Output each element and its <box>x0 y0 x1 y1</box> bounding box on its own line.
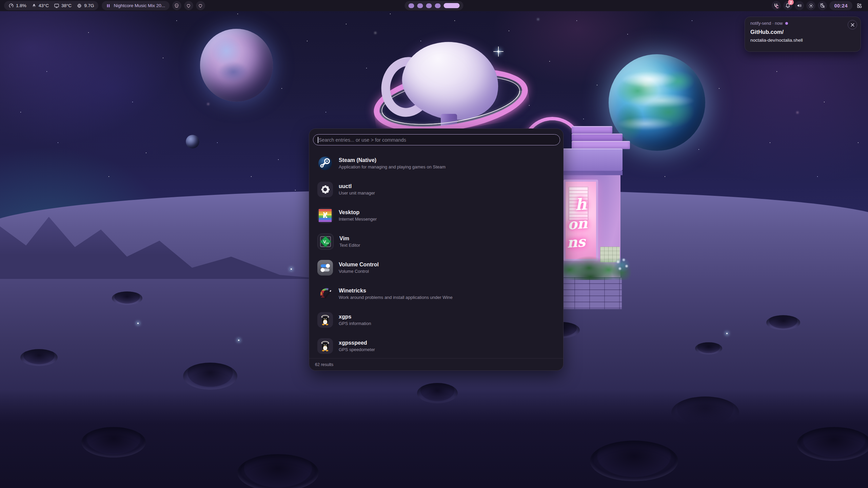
temp-stat: 43°C <box>32 3 49 8</box>
list-item[interactable]: Vim Vim Text Editor <box>309 228 563 255</box>
small-moon <box>186 135 199 148</box>
app-launcher: Search entries... or use > for commands … <box>309 128 564 371</box>
heart-button[interactable] <box>196 1 205 10</box>
brick-base <box>559 277 622 309</box>
notification-badge: 2 <box>788 0 794 5</box>
roof-step <box>572 126 612 134</box>
notification-card[interactable]: notify-send · now GitHub.com/ noctalia-d… <box>745 17 861 52</box>
app-title: Vim <box>339 235 360 242</box>
volume-toggles-icon <box>317 260 333 276</box>
crater <box>112 291 142 305</box>
notification-close-button[interactable] <box>848 20 857 29</box>
memory-value: 9.7G <box>84 3 94 8</box>
desktop: h on ns 1.8% 43°C <box>0 0 868 488</box>
memory-stat: 9.7G <box>77 3 94 8</box>
list-item[interactable]: xgpsspeed GPS speedometer <box>309 333 563 359</box>
app-subtitle: Internet Messenger <box>339 217 377 222</box>
list-item-text: Vesktop Internet Messenger <box>339 209 377 222</box>
tux-icon <box>317 338 333 354</box>
list-item[interactable]: Steam (Native) Application for managing … <box>309 150 563 176</box>
volume-button[interactable] <box>795 1 804 10</box>
app-subtitle: Work around problems and install applica… <box>339 295 453 300</box>
winetricks-icon <box>317 286 333 302</box>
workspace-dot[interactable] <box>426 3 432 8</box>
tray-app-icon <box>773 3 780 9</box>
grid-plus-icon <box>856 3 862 8</box>
moon-off-icon <box>820 3 825 8</box>
cpu-value: 1.8% <box>16 3 26 8</box>
heart-button[interactable] <box>184 1 193 10</box>
list-item-text: Steam (Native) Application for managing … <box>339 157 446 169</box>
list-item-text: xgps GPS information <box>339 313 371 326</box>
app-subtitle: Volume Control <box>339 269 379 274</box>
skull-button[interactable] <box>172 1 181 10</box>
app-title: uuctl <box>339 183 375 189</box>
notifications-button[interactable]: 2 <box>783 1 792 10</box>
crater <box>590 441 678 481</box>
list-item[interactable]: Vesktop Internet Messenger <box>309 202 563 228</box>
night-mode-button[interactable] <box>818 1 827 10</box>
results-footer: 62 results <box>309 358 563 370</box>
ground-sparkle <box>291 268 292 270</box>
crater <box>766 315 800 330</box>
close-icon <box>851 23 854 27</box>
gpu-temp-value: 38°C <box>61 3 72 8</box>
roof-step <box>572 141 630 149</box>
notification-body: noctalia-dev/noctalia.shell <box>750 38 855 43</box>
list-item-text: uuctl User unit manager <box>339 183 375 196</box>
speaker-icon <box>796 3 802 8</box>
workspace-dot[interactable] <box>417 3 423 8</box>
gpu-temp-stat: 38°C <box>54 3 72 8</box>
app-title: Vesktop <box>339 209 377 216</box>
saturn-coffee-cup <box>371 40 522 137</box>
gauge-icon <box>8 3 14 8</box>
app-grid-button[interactable] <box>855 1 864 10</box>
system-stats-pill[interactable]: 1.8% 43°C 38°C 9.7G <box>4 1 98 10</box>
ground-sparkle <box>137 323 139 324</box>
brightness-button[interactable] <box>806 1 815 10</box>
list-item[interactable]: Volume Control Volume Control <box>309 255 563 281</box>
list-item[interactable]: Winetricks Work around problems and inst… <box>309 281 563 307</box>
flame-icon <box>32 3 37 8</box>
chip-icon <box>77 3 82 8</box>
results-list: Steam (Native) Application for managing … <box>309 150 563 359</box>
vim-icon: Vim <box>317 233 334 250</box>
display-icon <box>54 3 59 8</box>
heart-icon <box>198 3 203 8</box>
app-subtitle: GPS speedometer <box>339 347 375 352</box>
cpu-stat: 1.8% <box>8 3 26 8</box>
app-subtitle: Application for managing and playing gam… <box>339 164 446 169</box>
purple-planet <box>200 29 273 102</box>
media-player-pill[interactable]: Nightcore Music Mix 20... <box>102 1 170 10</box>
vesktop-icon <box>317 208 333 223</box>
sun-icon <box>808 3 814 8</box>
list-item[interactable]: xgps GPS information <box>309 307 563 333</box>
steam-icon <box>317 156 333 171</box>
results-count: 62 results <box>315 362 333 367</box>
notification-source: notify-send · now <box>750 21 783 26</box>
app-title: Volume Control <box>339 261 379 268</box>
neon-letter: on <box>567 216 588 232</box>
clock-text: 00:24 <box>834 3 848 8</box>
earth-planet <box>609 54 705 151</box>
crater <box>183 363 237 390</box>
clock[interactable]: 00:24 <box>829 1 852 10</box>
list-item[interactable]: uuctl User unit manager <box>309 176 563 202</box>
tray-app-button[interactable] <box>772 1 781 10</box>
neon-letter: ns <box>567 235 586 250</box>
skull-icon <box>174 3 179 8</box>
search-input[interactable]: Search entries... or use > for commands <box>313 134 560 145</box>
heart-icon <box>186 3 191 8</box>
workspace-indicator[interactable] <box>405 1 463 10</box>
gear-icon <box>317 182 333 197</box>
app-subtitle: User unit manager <box>339 190 375 196</box>
workspace-dot[interactable] <box>435 3 441 8</box>
shop-cornice <box>559 171 623 175</box>
list-item-text: Vim Text Editor <box>339 235 360 248</box>
list-item-text: xgpsspeed GPS speedometer <box>339 340 375 352</box>
shop-window: h on ns <box>564 180 598 261</box>
workspace-dot[interactable] <box>409 3 414 8</box>
shop-roof <box>559 148 623 171</box>
workspace-dot-active[interactable] <box>444 3 460 8</box>
crater <box>237 454 319 488</box>
